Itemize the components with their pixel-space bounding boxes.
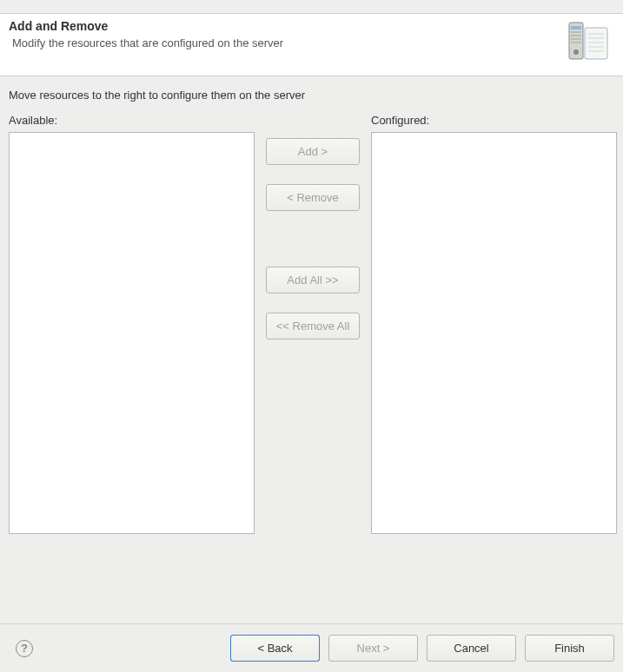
- configured-label: Configured:: [371, 114, 617, 127]
- svg-rect-3: [571, 35, 581, 36]
- add-all-button[interactable]: Add All >>: [266, 267, 360, 293]
- available-label: Available:: [9, 114, 255, 127]
- back-button[interactable]: < Back: [230, 635, 320, 662]
- instruction-text: Move resources to the right to configure…: [9, 89, 614, 102]
- server-resources-icon: [566, 19, 614, 63]
- next-button[interactable]: Next >: [328, 635, 418, 662]
- footer-buttons: < Back Next > Cancel Finish: [230, 635, 614, 662]
- configured-column: Configured:: [371, 114, 617, 534]
- svg-rect-4: [571, 38, 581, 40]
- remove-all-button[interactable]: << Remove All: [266, 313, 360, 339]
- available-column: Available:: [9, 114, 255, 534]
- wizard-content: Move resources to the right to configure…: [0, 76, 623, 543]
- svg-rect-7: [585, 28, 607, 59]
- dual-list-container: Available: Add > < Remove Add All >> << …: [9, 114, 614, 534]
- available-listbox[interactable]: [9, 132, 255, 534]
- svg-rect-5: [571, 42, 581, 43]
- remove-button[interactable]: < Remove: [266, 184, 360, 211]
- svg-rect-1: [571, 26, 581, 30]
- transfer-buttons: Add > < Remove Add All >> << Remove All: [255, 114, 371, 339]
- wizard-footer: ? < Back Next > Cancel Finish: [0, 623, 623, 672]
- page-subtitle: Modify the resources that are configured…: [9, 36, 283, 49]
- help-icon[interactable]: ?: [16, 640, 33, 657]
- finish-button[interactable]: Finish: [525, 635, 614, 662]
- svg-point-6: [573, 49, 579, 55]
- wizard-header: Add and Remove Modify the resources that…: [0, 14, 623, 76]
- title-bar-strip: [0, 0, 623, 14]
- help-glyph: ?: [21, 642, 28, 655]
- cancel-button[interactable]: Cancel: [427, 635, 516, 662]
- configured-listbox[interactable]: [371, 132, 617, 534]
- page-title: Add and Remove: [9, 19, 283, 33]
- svg-rect-2: [571, 31, 581, 33]
- add-button[interactable]: Add >: [266, 138, 360, 165]
- header-text-block: Add and Remove Modify the resources that…: [9, 19, 283, 49]
